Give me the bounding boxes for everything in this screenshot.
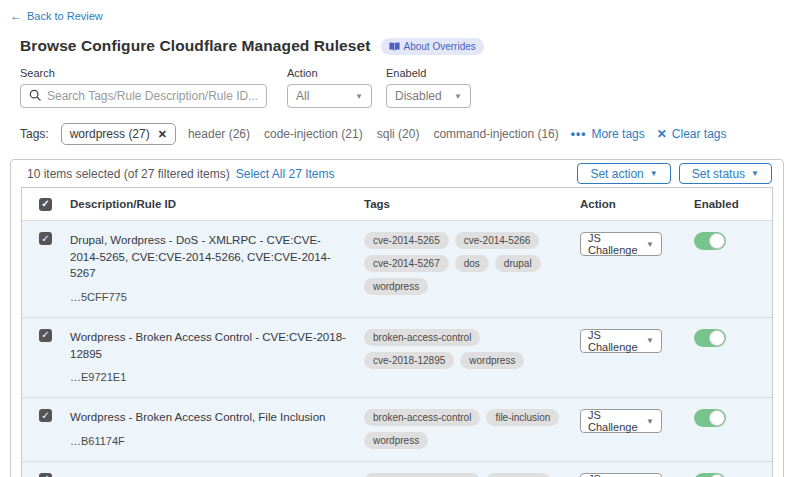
set-status-label: Set status <box>692 167 745 181</box>
clear-tags-button[interactable]: ✕ Clear tags <box>657 127 727 141</box>
back-link-label: Back to Review <box>27 10 103 22</box>
header-enabled: Enabled <box>694 198 772 210</box>
action-value: JS Challenge <box>588 409 646 433</box>
selected-tag-label: wordpress (27) <box>70 127 150 141</box>
chevron-down-icon: ▼ <box>650 169 658 178</box>
ellipsis-icon: ••• <box>571 127 587 141</box>
tag-pill: dos <box>455 255 489 272</box>
search-input[interactable] <box>47 89 258 103</box>
enabled-toggle[interactable] <box>694 473 726 477</box>
table-row: ✓ Wordpress - Broken Access Control, Fil… <box>22 397 772 461</box>
table-row: ✓ Wordpress - Broken Access Control - Up… <box>22 461 772 477</box>
row-checkbox[interactable]: ✓ <box>39 473 52 477</box>
filters-row: Search Action All ▼ Enabeld Disabled ▼ <box>20 67 794 108</box>
rule-tags: broken-access-controlfile-inclusionwordp… <box>364 409 580 449</box>
tag-pill: cve-2014-5266 <box>455 232 540 249</box>
available-tag[interactable]: code-injection (21) <box>264 127 363 141</box>
tag-pill: file-inclusion <box>486 409 559 426</box>
chevron-down-icon: ▼ <box>355 92 363 101</box>
available-tag[interactable]: command-injection (16) <box>433 127 558 141</box>
tag-pill: wordpress <box>364 278 428 295</box>
back-to-review-link[interactable]: ← Back to Review <box>10 9 103 23</box>
more-tags-button[interactable]: ••• More tags <box>571 127 645 141</box>
rule-description: Drupal, Wordpress - DoS - XMLRPC - CVE:C… <box>70 232 346 282</box>
available-tag[interactable]: header (26) <box>188 127 250 141</box>
remove-tag-icon[interactable]: ✕ <box>158 128 167 141</box>
book-icon <box>389 42 400 51</box>
action-value: JS Challenge <box>588 329 646 353</box>
tag-pill: drupal <box>495 255 541 272</box>
set-action-button[interactable]: Set action ▼ <box>577 163 670 184</box>
rule-description: Wordpress - Broken Access Control - CVE:… <box>70 329 346 362</box>
enabled-toggle[interactable] <box>694 409 726 427</box>
selected-tag-wordpress[interactable]: wordpress (27) ✕ <box>61 123 176 145</box>
action-filter-label: Action <box>287 67 372 79</box>
tags-bar: Tags: wordpress (27) ✕ header (26)code-i… <box>20 123 794 145</box>
rule-description: Wordpress - Broken Access Control, File … <box>70 409 346 426</box>
row-checkbox[interactable]: ✓ <box>39 329 52 342</box>
select-all-checkbox[interactable]: ✓ <box>39 198 52 211</box>
chevron-down-icon: ▼ <box>751 169 759 178</box>
toggle-knob <box>709 233 725 249</box>
rule-description: Wordpress - Broken Access Control - Upda… <box>70 473 346 477</box>
selection-bar: 10 items selected (of 27 filtered items)… <box>11 160 783 187</box>
action-value: JS Challenge <box>588 232 646 256</box>
ruleset-table-card: 10 items selected (of 27 filtered items)… <box>10 159 784 477</box>
rule-id: …5CFF775 <box>70 290 346 306</box>
toggle-knob <box>709 410 725 426</box>
more-tags-label: More tags <box>591 127 644 141</box>
action-filter-value: All <box>296 89 309 103</box>
row-checkbox[interactable]: ✓ <box>39 409 52 422</box>
action-filter-dropdown[interactable]: All ▼ <box>287 84 372 108</box>
set-action-label: Set action <box>590 167 643 181</box>
select-all-link[interactable]: Select All 27 Items <box>236 167 335 181</box>
chevron-down-icon: ▼ <box>454 92 462 101</box>
back-arrow-icon: ← <box>10 9 22 23</box>
rules-table: ✓ Description/Rule ID Tags Action Enable… <box>21 187 773 477</box>
page-title: Browse Configure Cloudflare Managed Rule… <box>20 37 371 55</box>
header-description: Description/Rule ID <box>70 198 364 210</box>
page-header: Browse Configure Cloudflare Managed Rule… <box>20 37 794 55</box>
rule-tags: cve-2014-5265cve-2014-5266cve-2014-5267d… <box>364 232 580 295</box>
tag-pill: wordpress <box>364 432 428 449</box>
enabled-filter-dropdown[interactable]: Disabled ▼ <box>386 84 471 108</box>
action-value: JS Challenge <box>588 473 646 477</box>
set-status-button[interactable]: Set status ▼ <box>679 163 772 184</box>
tag-pill: broken-access-control <box>364 409 480 426</box>
tag-pill: wordpress <box>460 352 524 369</box>
selection-summary: 10 items selected (of 27 filtered items) <box>27 167 230 181</box>
chevron-down-icon: ▼ <box>646 240 654 249</box>
clear-tags-label: Clear tags <box>672 127 727 141</box>
table-header: ✓ Description/Rule ID Tags Action Enable… <box>22 188 772 220</box>
rule-id: …E9721E1 <box>70 370 346 386</box>
tag-pill: wordpress <box>486 473 550 477</box>
tag-pill: cve-2014-5267 <box>364 255 449 272</box>
tag-pill: cve-2018-12895 <box>364 352 454 369</box>
table-body: ✓ Drupal, Wordpress - DoS - XMLRPC - CVE… <box>22 220 772 477</box>
search-box <box>20 84 267 108</box>
about-overrides-badge[interactable]: About Overrides <box>381 38 484 55</box>
action-dropdown[interactable]: JS Challenge ▼ <box>580 329 662 353</box>
rule-id: …B61174F <box>70 434 346 450</box>
search-icon <box>29 87 41 105</box>
action-dropdown[interactable]: JS Challenge ▼ <box>580 409 662 433</box>
available-tag[interactable]: sqli (20) <box>377 127 420 141</box>
row-checkbox[interactable]: ✓ <box>39 232 52 245</box>
search-label: Search <box>20 67 267 79</box>
action-dropdown[interactable]: JS Challenge ▼ <box>580 473 662 477</box>
enabled-toggle[interactable] <box>694 232 726 250</box>
enabled-filter-value: Disabled <box>395 89 442 103</box>
tag-pill: broken-access-control <box>364 473 480 477</box>
tags-label: Tags: <box>20 127 49 141</box>
toggle-knob <box>709 330 725 346</box>
available-tags: header (26)code-injection (21)sqli (20)c… <box>188 127 559 141</box>
action-dropdown[interactable]: JS Challenge ▼ <box>580 232 662 256</box>
action-filter: Action All ▼ <box>287 67 372 108</box>
chevron-down-icon: ▼ <box>646 336 654 345</box>
rule-tags: broken-access-controlwordpress <box>364 473 580 477</box>
enabled-toggle[interactable] <box>694 329 726 347</box>
rule-tags: broken-access-controlcve-2018-12895wordp… <box>364 329 580 369</box>
clear-icon: ✕ <box>657 127 667 141</box>
badge-label: About Overrides <box>404 41 476 52</box>
search-filter: Search <box>20 67 267 108</box>
